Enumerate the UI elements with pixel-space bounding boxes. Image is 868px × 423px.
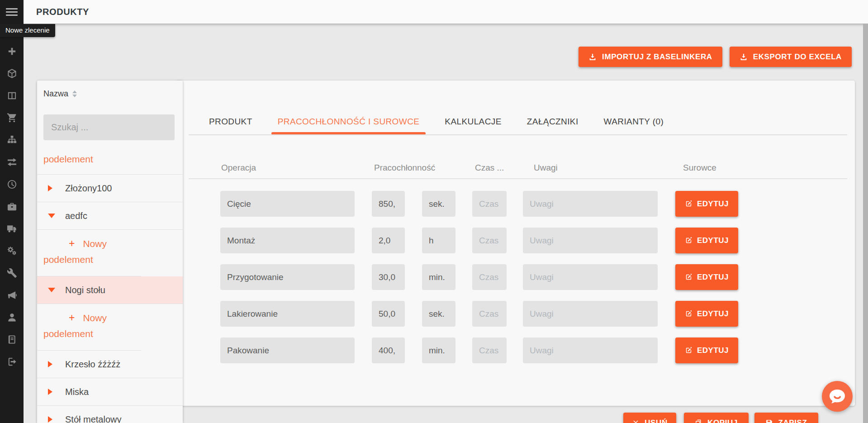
copy-icon — [695, 419, 702, 423]
new-subelement-link[interactable]: +Nowy podelement — [37, 304, 141, 351]
chevron-down-icon[interactable] — [48, 288, 55, 292]
tree-item-krzesło-źźżźż[interactable]: Krzesło źźżźż — [37, 351, 183, 378]
chevron-down-icon[interactable] — [48, 214, 55, 218]
notes-input[interactable] — [523, 337, 658, 363]
edit-icon — [685, 310, 693, 318]
clock-icon[interactable] — [0, 173, 24, 195]
parent-element-link[interactable]: podelement — [43, 153, 93, 166]
user-icon[interactable] — [0, 306, 24, 328]
sort-icon[interactable] — [72, 90, 77, 97]
save-button[interactable]: ZAPISZ — [754, 413, 818, 423]
operation-name-input[interactable] — [220, 301, 355, 327]
chat-widget-button[interactable] — [822, 381, 853, 412]
logout-icon[interactable] — [0, 351, 24, 373]
time-input[interactable] — [472, 191, 507, 217]
search-input[interactable] — [43, 114, 175, 140]
copy-button[interactable]: KOPIUJ — [684, 413, 749, 423]
edit-materials-button[interactable]: EDYTUJ — [675, 301, 738, 327]
column-header-pracochłonność: Pracochłonność — [374, 163, 435, 173]
tree-item-aedfc[interactable]: aedfc — [37, 202, 183, 230]
time-input[interactable] — [472, 337, 507, 363]
book-icon[interactable] — [0, 328, 24, 351]
operation-name-input[interactable] — [220, 264, 355, 290]
chevron-right-icon[interactable] — [48, 361, 55, 367]
export-excel-button[interactable]: EKSPORT DO EXCELA — [730, 47, 852, 67]
cube-icon[interactable] — [0, 62, 24, 85]
effort-value-input[interactable] — [372, 301, 405, 327]
operation-name-input[interactable] — [220, 337, 355, 363]
operation-name-input[interactable] — [220, 228, 355, 253]
save-label: ZAPISZ — [778, 418, 807, 423]
unit-select[interactable]: sek. — [422, 301, 455, 327]
edit-materials-button[interactable]: EDYTUJ — [675, 228, 738, 253]
edit-materials-button[interactable]: EDYTUJ — [675, 191, 738, 217]
tab-bar: PRODUKTPRACOCHŁONNOŚĆ I SUROWCEKALKULACJ… — [209, 117, 664, 132]
chevron-right-icon[interactable] — [48, 185, 55, 191]
tab-produkt[interactable]: PRODUKT — [209, 117, 252, 132]
plus-icon: + — [69, 236, 75, 252]
vertical-scrollbar[interactable] — [863, 24, 868, 423]
time-input[interactable] — [472, 228, 507, 253]
chevron-right-icon[interactable] — [48, 416, 55, 423]
tree-item-miska[interactable]: Miska — [37, 378, 183, 406]
download-icon — [588, 53, 597, 61]
delete-button[interactable]: USUŃ — [623, 413, 676, 423]
notes-input[interactable] — [523, 228, 658, 253]
save-icon — [765, 419, 773, 423]
tab-pracochłonność-i-surowce[interactable]: PRACOCHŁONNOŚĆ I SUROWCE — [278, 117, 420, 132]
tree-item-label: Nogi stołu — [65, 285, 105, 295]
delete-label: USUŃ — [645, 418, 668, 423]
product-detail-panel: PRODUKTPRACOCHŁONNOŚĆ I SUROWCEKALKULACJ… — [176, 81, 855, 406]
edit-label: EDYTUJ — [697, 273, 729, 282]
edit-icon — [685, 273, 693, 281]
copy-label: KOPIUJ — [707, 418, 738, 423]
menu-icon[interactable] — [0, 0, 24, 24]
unit-select[interactable]: min. — [422, 337, 455, 363]
truck-icon[interactable] — [0, 218, 24, 240]
tab-warianty-0[interactable]: WARIANTY (0) — [604, 117, 664, 132]
import-baselinker-label: IMPORTUJ Z BASELINKERA — [602, 52, 712, 62]
tab-załączniki[interactable]: ZAŁĄCZNIKI — [527, 117, 579, 132]
effort-value-input[interactable] — [372, 264, 405, 290]
megaphone-icon[interactable] — [0, 284, 24, 306]
operation-row-lakierowanie: sek.EDYTUJ — [176, 301, 855, 327]
export-excel-label: EKSPORT DO EXCELA — [753, 52, 842, 62]
briefcase-icon[interactable] — [0, 195, 24, 218]
edit-materials-button[interactable]: EDYTUJ — [675, 264, 738, 290]
unit-select[interactable]: min. — [422, 264, 455, 290]
notes-input[interactable] — [523, 301, 658, 327]
transfer-icon[interactable] — [0, 151, 24, 173]
columns-icon[interactable] — [0, 85, 24, 107]
notes-input[interactable] — [523, 264, 658, 290]
chevron-right-icon[interactable] — [48, 389, 55, 395]
plus-icon[interactable] — [0, 40, 24, 62]
effort-value-input[interactable] — [372, 191, 405, 217]
time-input[interactable] — [472, 264, 507, 290]
chat-bubble-icon — [828, 387, 846, 405]
new-subelement-link[interactable]: +Nowy podelement — [37, 230, 141, 276]
tree-item-złożony100[interactable]: Złożony100 — [37, 175, 183, 202]
cart-icon[interactable] — [0, 107, 24, 129]
operation-name-input[interactable] — [220, 191, 355, 217]
tab-kalkulacje[interactable]: KALKULACJE — [445, 117, 501, 132]
edit-label: EDYTUJ — [697, 346, 729, 355]
unit-select[interactable]: sek. — [422, 191, 455, 217]
tree-item-nogi-stołu[interactable]: Nogi stołu — [37, 276, 183, 304]
edit-label: EDYTUJ — [697, 309, 729, 318]
time-input[interactable] — [472, 301, 507, 327]
notes-input[interactable] — [523, 191, 658, 217]
tree-item-stół-metalowy[interactable]: Stół metalowy — [37, 406, 183, 423]
wrench-icon[interactable] — [0, 262, 24, 284]
gears-icon[interactable] — [0, 240, 24, 262]
operation-row-montaż: hEDYTUJ — [176, 228, 855, 253]
effort-value-input[interactable] — [372, 337, 405, 363]
operation-row-cięcie: sek.EDYTUJ — [176, 191, 855, 217]
unit-select[interactable]: h — [422, 228, 455, 253]
sitemap-icon[interactable] — [0, 129, 24, 151]
import-baselinker-button[interactable]: IMPORTUJ Z BASELINKERA — [579, 47, 722, 67]
edit-icon — [685, 237, 693, 244]
column-header-uwagi: Uwagi — [534, 163, 558, 173]
effort-value-input[interactable] — [372, 228, 405, 253]
topbar: PRODUKTY — [24, 0, 868, 24]
edit-materials-button[interactable]: EDYTUJ — [675, 337, 738, 363]
